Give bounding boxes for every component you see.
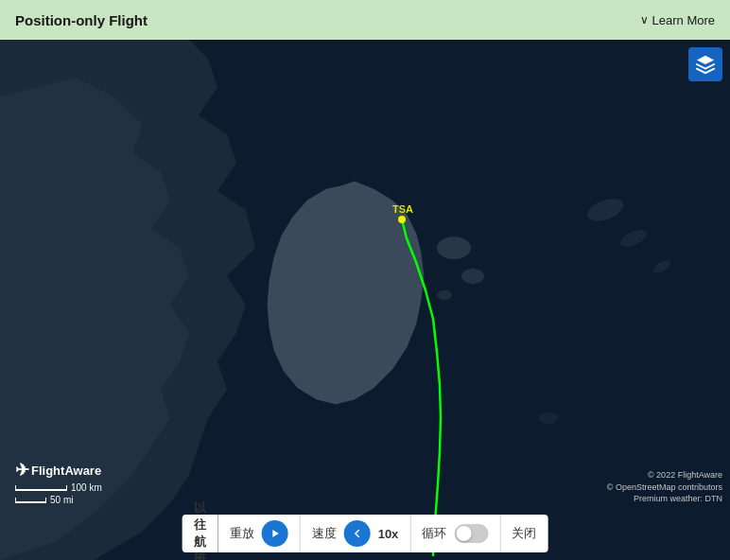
attribution-line2: © OpenStreetMap contributors — [607, 481, 722, 494]
loop-label: 循环 — [422, 525, 446, 542]
chevron-icon: ∨ — [640, 13, 649, 26]
svg-point-7 — [539, 412, 558, 424]
svg-point-8 — [398, 216, 406, 223]
layers-icon — [695, 54, 716, 75]
flightaware-name-label: FlightAware — [31, 464, 101, 478]
svg-marker-9 — [272, 530, 278, 537]
fa-plane-icon: ✈ — [15, 460, 29, 481]
banner-title: Position-only Flight — [15, 12, 148, 28]
svg-point-3 — [437, 290, 452, 300]
svg-point-1 — [437, 236, 471, 259]
top-banner: Position-only Flight ∨ Learn More — [0, 0, 730, 40]
history-section: 以往航班 — [182, 515, 218, 552]
close-label: 关闭 — [512, 525, 536, 542]
controls-bar: 以往航班 重放 速度 10x — [182, 515, 548, 552]
speed-decrease-button[interactable] — [344, 520, 371, 547]
history-label: 以往航班 — [194, 499, 206, 560]
play-button[interactable] — [262, 520, 288, 547]
scale-mi-label: 50 mi — [50, 495, 73, 505]
attribution-line1: © 2022 FlightAware — [607, 469, 722, 481]
svg-point-2 — [461, 269, 484, 284]
layers-button[interactable] — [688, 47, 722, 81]
app: Position-only Flight ∨ Learn More — [0, 0, 730, 560]
replay-label: 重放 — [230, 525, 254, 542]
speed-label: 速度 — [312, 525, 337, 542]
map-container: TSA ✈ FlightAware 100 km — [0, 40, 730, 560]
flightaware-logo: ✈ FlightAware 100 km 50 mi — [15, 460, 102, 505]
learn-more-label: Learn More — [652, 13, 715, 27]
replay-section: 重放 — [218, 515, 301, 552]
loop-section: 循环 — [410, 515, 500, 552]
scale-bar: 100 km 50 mi — [15, 482, 102, 505]
speed-value: 10x — [378, 527, 399, 541]
attribution-line3: Premium weather: DTN — [607, 493, 722, 505]
flightaware-text: ✈ FlightAware — [15, 460, 102, 481]
speed-section: 速度 10x — [301, 515, 411, 552]
airport-label: TSA — [392, 203, 413, 215]
play-icon — [269, 527, 282, 540]
toggle-thumb — [456, 526, 471, 541]
chevron-left-icon — [351, 527, 364, 540]
close-section: 关闭 — [500, 515, 548, 552]
loop-toggle[interactable] — [454, 524, 488, 543]
attribution: © 2022 FlightAware © OpenStreetMap contr… — [607, 469, 722, 505]
scale-km-label: 100 km — [71, 482, 102, 493]
learn-more-link[interactable]: ∨ Learn More — [640, 13, 715, 27]
